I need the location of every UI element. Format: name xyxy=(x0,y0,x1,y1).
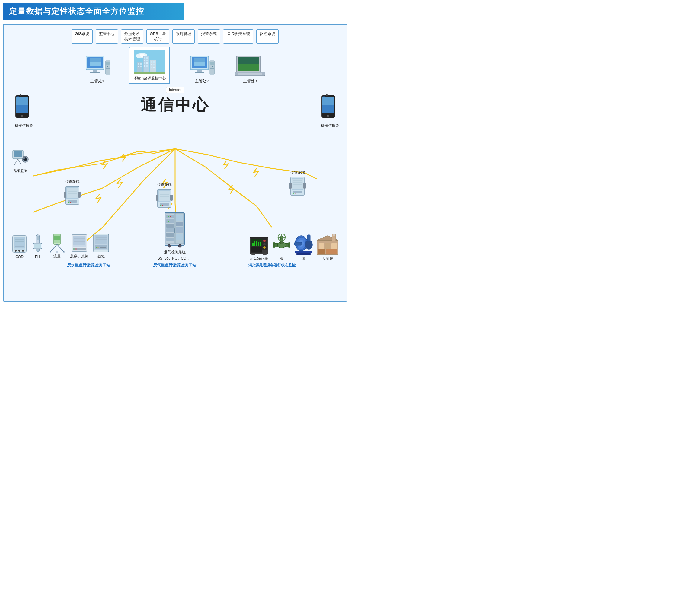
fume-purifier-icon xyxy=(249,234,270,255)
node-terminal-left: 传输终端 xyxy=(64,179,80,207)
svg-rect-64 xyxy=(20,94,21,96)
svg-point-142 xyxy=(56,251,57,253)
svg-point-187 xyxy=(168,244,171,248)
network-section: 通信中心 xyxy=(8,94,342,270)
svg-rect-151 xyxy=(73,248,86,250)
sys-box-data-analysis: 数据分析 技术管理 xyxy=(121,29,143,44)
svg-rect-86 xyxy=(67,188,77,198)
formula-ss: SS xyxy=(158,256,162,260)
page-wrapper: 定量数据与定性状态全面全方位监控 GIS系统 监管中心 数据分析 技术管理 GP… xyxy=(0,0,350,305)
svg-rect-219 xyxy=(307,235,310,241)
label-phone-right: 手机短信报警 xyxy=(317,123,339,128)
terminal-icon-mid xyxy=(156,189,173,210)
phosphorus-icon xyxy=(70,233,89,253)
svg-rect-24 xyxy=(150,61,153,63)
ammonia-icon xyxy=(92,233,110,253)
comm-center-text: 通信中心 xyxy=(8,94,342,116)
svg-rect-183 xyxy=(173,229,175,233)
wastewater-section: COD xyxy=(11,233,110,268)
svg-rect-105 xyxy=(170,195,173,201)
svg-rect-32 xyxy=(140,63,142,65)
ph-icon xyxy=(31,234,44,254)
svg-rect-15 xyxy=(144,57,145,59)
label-ph: PH xyxy=(35,255,40,259)
svg-rect-204 xyxy=(252,253,255,255)
svg-rect-173 xyxy=(166,229,174,232)
svg-rect-40 xyxy=(197,70,202,72)
formula-nox: NOx xyxy=(172,256,179,261)
svg-rect-49 xyxy=(237,64,259,71)
item-fume-purifier: 油烟净化器 xyxy=(249,234,270,261)
label-valve: 阀 xyxy=(280,256,283,261)
svg-rect-45 xyxy=(210,68,214,69)
item-cod: COD xyxy=(11,234,28,259)
pump-icon xyxy=(294,234,313,255)
formula-so2: So2 xyxy=(164,256,170,261)
svg-rect-193 xyxy=(254,241,255,246)
svg-point-163 xyxy=(96,247,97,248)
sys-box-supervision: 监管中心 xyxy=(96,29,118,44)
svg-rect-16 xyxy=(146,57,148,59)
svg-point-81 xyxy=(327,115,329,117)
svg-point-153 xyxy=(75,248,77,250)
svg-rect-171 xyxy=(166,219,174,223)
node-terminal-mid: 传输终端 xyxy=(156,182,173,210)
svg-point-182 xyxy=(168,220,169,222)
cod-icon xyxy=(11,234,28,254)
svg-rect-4 xyxy=(93,70,97,72)
svg-rect-97 xyxy=(159,191,170,201)
svg-point-113 xyxy=(293,192,294,194)
pollution-treatment-label: 污染源处理设备运行状态监控 xyxy=(249,263,296,268)
svg-rect-176 xyxy=(176,215,183,221)
label-main3: 主管处3 xyxy=(243,78,257,84)
svg-rect-194 xyxy=(256,241,257,246)
terminal-icon-right xyxy=(289,177,306,198)
svg-point-126 xyxy=(22,250,24,252)
svg-rect-200 xyxy=(252,247,262,252)
flow-icon xyxy=(47,233,67,253)
sys-box-gps: GPS卫星 校时 xyxy=(146,29,169,44)
computers-row: 主管处1 xyxy=(8,47,342,84)
svg-rect-230 xyxy=(326,249,337,254)
svg-rect-146 xyxy=(73,236,86,246)
svg-point-103 xyxy=(162,205,163,206)
formula-co: CO xyxy=(181,256,186,260)
sys-box-gis: GIS系统 xyxy=(72,29,93,44)
svg-rect-25 xyxy=(153,61,155,63)
label-phone-left: 手机短信报警 xyxy=(11,123,33,128)
valve-icon xyxy=(273,234,291,255)
pollution-equipment-row: 油烟净化器 xyxy=(249,234,339,261)
svg-rect-35 xyxy=(134,72,164,74)
node-phone-left: 手机短信报警 xyxy=(11,94,33,128)
svg-rect-220 xyxy=(294,242,302,246)
svg-rect-41 xyxy=(195,72,204,73)
flue-gas-formulas: SS So2 NOx CO … xyxy=(158,256,192,261)
label-terminal-mid: 传输终端 xyxy=(157,182,172,187)
svg-point-91 xyxy=(68,202,69,203)
svg-rect-128 xyxy=(37,236,39,240)
phone-icon-right xyxy=(320,94,336,122)
svg-point-44 xyxy=(212,66,213,67)
svg-rect-222 xyxy=(296,253,311,255)
desktop-icon-2 xyxy=(188,55,215,77)
label-terminal-right: 传输终端 xyxy=(290,170,305,175)
item-pump: 泵 xyxy=(294,234,313,261)
item-ph: PH xyxy=(31,234,44,259)
computer-center: 环境污染源监控中心 xyxy=(129,47,170,84)
label-main1: 主管处1 xyxy=(90,78,104,84)
svg-line-140 xyxy=(57,244,64,252)
wastewater-items: COD xyxy=(11,233,110,259)
svg-rect-116 xyxy=(303,183,306,189)
svg-rect-9 xyxy=(106,68,110,69)
node-phone-right: 手机短信报警 xyxy=(317,94,339,128)
svg-rect-214 xyxy=(288,242,290,248)
svg-rect-28 xyxy=(150,67,153,68)
svg-point-71 xyxy=(24,159,25,159)
item-phosphorus: 总磷、总氮 xyxy=(70,233,89,259)
laptop-icon xyxy=(233,55,266,77)
svg-point-212 xyxy=(280,236,283,238)
svg-rect-33 xyxy=(138,66,139,67)
svg-rect-108 xyxy=(292,179,303,189)
label-flue-gas-system: 烟气检测系统 xyxy=(164,250,186,255)
item-reverb-furnace: 反射炉 xyxy=(316,234,339,261)
